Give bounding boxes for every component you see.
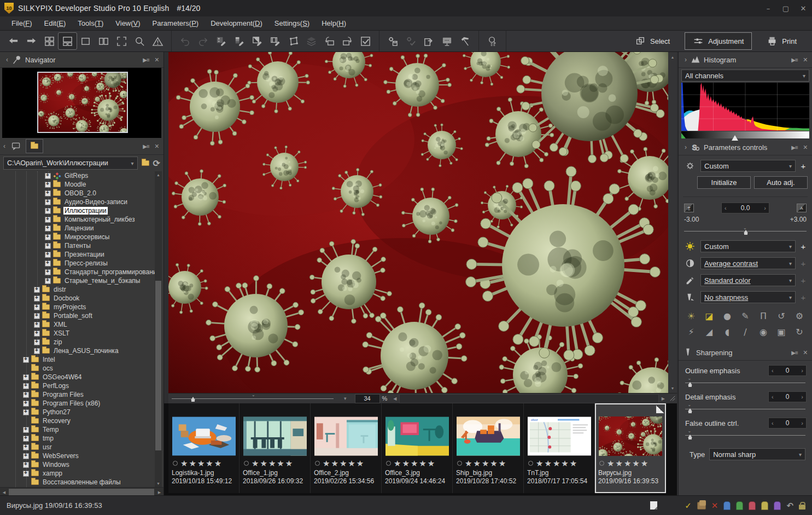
- zoom-preset-chevron-icon[interactable]: ▾: [341, 396, 349, 401]
- collapse-right-icon[interactable]: ›: [682, 143, 690, 151]
- tree-item-Лицензии[interactable]: Лицензии: [0, 224, 163, 233]
- tree-item-Восстановленные файлы[interactable]: Восстановленные файлы: [0, 478, 163, 487]
- menu-file[interactable]: File(F): [5, 18, 38, 29]
- menu-parameters[interactable]: Parameters(P): [147, 18, 205, 29]
- tree-item-GitReps[interactable]: GitReps: [0, 171, 163, 180]
- rating-row[interactable]: ★★★★★: [456, 459, 520, 467]
- scroll-right-icon[interactable]: ▶: [659, 396, 668, 401]
- spin-left-icon[interactable]: ‹: [769, 420, 776, 426]
- scroll-up-icon[interactable]: ▲: [155, 171, 162, 178]
- crop-button[interactable]: ▣: [774, 326, 788, 338]
- view-fullscreen-button[interactable]: [113, 33, 131, 49]
- spin-left-icon[interactable]: ‹: [769, 367, 776, 374]
- auto-adjust-button[interactable]: Auto adj.: [754, 176, 808, 189]
- spin-left-icon[interactable]: ‹: [769, 394, 776, 400]
- sharpening-slider[interactable]: ⌄: [685, 431, 805, 439]
- menu-help[interactable]: Help(H): [316, 18, 352, 29]
- expand-icon[interactable]: [23, 409, 29, 415]
- tab-folders[interactable]: [26, 140, 43, 153]
- sharpening-spinner[interactable]: ‹0›: [768, 365, 807, 376]
- tree-item-myProjects[interactable]: myProjects: [0, 303, 163, 311]
- view-loupe-button[interactable]: [131, 33, 149, 49]
- undo-button[interactable]: [176, 33, 194, 49]
- mark-circle-icon[interactable]: [244, 461, 249, 466]
- menu-edit[interactable]: Edit(E): [38, 18, 72, 29]
- star-rating[interactable]: ★★★★★: [607, 460, 649, 467]
- sharpening-spinner[interactable]: ‹0›: [768, 418, 807, 429]
- expand-icon[interactable]: [23, 357, 29, 363]
- tree-item-tmp[interactable]: tmp: [0, 434, 163, 443]
- expand-icon[interactable]: [45, 199, 51, 205]
- initialize-button[interactable]: Initialize: [697, 176, 751, 189]
- retouch-pen-button[interactable]: ✎: [738, 310, 752, 322]
- histogram-gradient-bar[interactable]: [681, 131, 809, 138]
- collapse-left-icon[interactable]: ‹: [3, 56, 11, 63]
- nav-back-button[interactable]: [4, 33, 22, 49]
- nav-forward-button[interactable]: [22, 33, 40, 49]
- image-horizontal-scrollbar[interactable]: [399, 394, 658, 403]
- tree-item-Аудио-Видео-записи[interactable]: Аудио-Видео-записи: [0, 198, 163, 206]
- thumbnail-Logistika-1.jpg[interactable]: ★★★★★Logistika-1.jpg2019/10/18 15:49:12: [168, 403, 239, 493]
- rotate-left-button[interactable]: [320, 33, 338, 49]
- expand-icon[interactable]: [45, 190, 51, 196]
- channel-select[interactable]: All channels ▾: [681, 70, 809, 82]
- warning-display-button[interactable]: [149, 33, 167, 49]
- tab-comment[interactable]: [8, 140, 24, 153]
- tree-item-zip[interactable]: zip: [0, 338, 163, 346]
- refresh-button[interactable]: ↻: [792, 326, 807, 338]
- white-balance-tool-button[interactable]: [248, 33, 266, 49]
- reject-icon[interactable]: ✕: [711, 501, 718, 511]
- image-vertical-scrollbar[interactable]: ▲ ▼: [668, 52, 677, 393]
- rating-row[interactable]: ★★★★★: [527, 459, 591, 467]
- tree-item-ocs[interactable]: ocs: [0, 364, 163, 373]
- tree-item-Moodle[interactable]: Moodle: [0, 180, 163, 189]
- add-color-taste-button[interactable]: +: [799, 276, 808, 285]
- star-rating[interactable]: ★★★★★: [180, 460, 223, 467]
- tree-item-Docbook[interactable]: Docbook: [0, 294, 163, 303]
- resize-corner-icon[interactable]: [668, 394, 677, 403]
- panel-menu-icon[interactable]: ▶≡: [143, 143, 149, 149]
- preset-select[interactable]: Custom ▾: [700, 160, 796, 172]
- view-combination-button[interactable]: [59, 33, 77, 49]
- sharp-type-select[interactable]: Normal sharp ▾: [709, 448, 805, 460]
- expand-icon[interactable]: [34, 287, 40, 293]
- menu-tools[interactable]: Tools(T): [72, 18, 109, 29]
- add-contrast-taste-button[interactable]: +: [799, 259, 808, 268]
- expand-icon[interactable]: [34, 348, 40, 354]
- adjustment-mode-button[interactable]: Adjustment: [685, 33, 751, 49]
- expand-icon[interactable]: [45, 234, 51, 240]
- mark-circle-icon[interactable]: [173, 461, 178, 466]
- star-rating[interactable]: ★★★★★: [394, 460, 436, 467]
- development-tool-button[interactable]: [266, 33, 284, 49]
- marker-blue-icon[interactable]: [723, 501, 731, 510]
- rating-row[interactable]: ★★★★★: [314, 459, 378, 467]
- expand-icon[interactable]: [34, 296, 40, 302]
- thumbnail-Вирусы.jpg[interactable]: ★★★★★Вирусы.jpg2019/09/16 16:39:53: [595, 403, 666, 493]
- view-thumbnails-button[interactable]: [40, 33, 59, 49]
- refresh-icon[interactable]: ⟳: [153, 158, 160, 169]
- fish-eye-button[interactable]: ◖: [720, 326, 734, 338]
- mark-circle-icon[interactable]: [386, 461, 391, 466]
- panel-close-icon[interactable]: ×: [155, 55, 159, 64]
- spin-right-icon[interactable]: ›: [798, 420, 806, 426]
- tree-item-Intel[interactable]: Intel: [0, 355, 163, 364]
- gradation-tool-button[interactable]: [230, 33, 248, 49]
- expand-icon[interactable]: [45, 269, 51, 275]
- lock-icon[interactable]: [799, 505, 805, 510]
- thumbnail-Ship_big.jpg[interactable]: ★★★★★Ship_big.jpg2019/10/28 17:40:52: [453, 403, 524, 493]
- expand-icon[interactable]: [45, 252, 51, 258]
- expand-icon[interactable]: [45, 278, 51, 284]
- rating-row[interactable]: ★★★★★: [243, 459, 307, 467]
- tree-item-Program Files[interactable]: Program Files: [0, 390, 163, 399]
- expand-icon[interactable]: [23, 401, 29, 407]
- expand-icon[interactable]: [23, 383, 29, 389]
- layers-button[interactable]: [302, 33, 320, 49]
- brush-button[interactable]: ∕: [738, 326, 752, 338]
- expand-icon[interactable]: [45, 173, 51, 179]
- rotate-right-button[interactable]: [338, 33, 357, 49]
- tree-item-Иллюстрации[interactable]: Иллюстрации: [0, 206, 163, 215]
- panel-menu-icon[interactable]: ▶≡: [791, 350, 798, 356]
- panel-close-icon[interactable]: ×: [803, 143, 808, 152]
- tree-item-Пресс-релизы[interactable]: Пресс-релизы: [0, 259, 163, 268]
- add-sharpness-taste-button[interactable]: +: [799, 293, 808, 302]
